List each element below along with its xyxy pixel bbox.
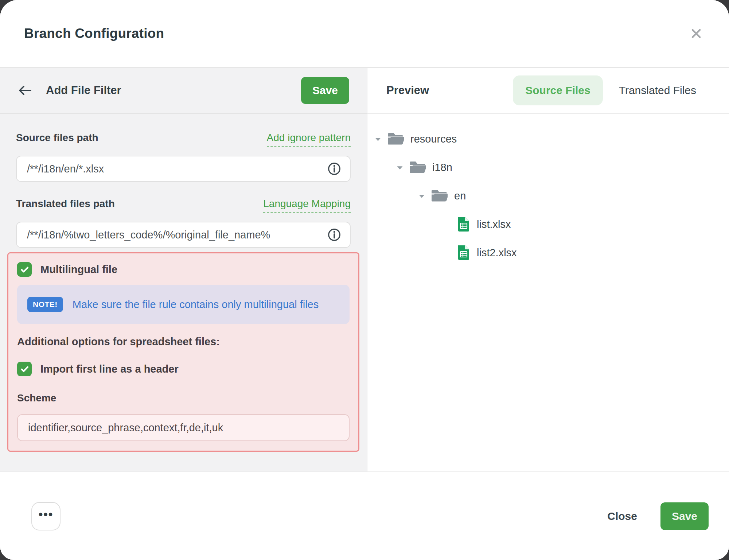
info-icon[interactable] bbox=[327, 228, 341, 242]
multilingual-checkbox[interactable] bbox=[17, 262, 32, 277]
close-modal-button[interactable] bbox=[686, 23, 706, 44]
preview-heading: Preview bbox=[386, 84, 429, 97]
info-icon[interactable] bbox=[327, 162, 341, 176]
more-options-button[interactable]: ••• bbox=[31, 502, 61, 530]
ellipsis-icon: ••• bbox=[39, 508, 54, 521]
add-ignore-pattern-link[interactable]: Add ignore pattern bbox=[267, 132, 351, 147]
folder-icon bbox=[431, 189, 448, 203]
modal-title: Branch Configuration bbox=[24, 26, 164, 41]
multilingual-checkbox-row: Multilingual file bbox=[17, 262, 350, 277]
folder-icon bbox=[387, 132, 404, 146]
multilingual-options-section: Multilingual file NOTE! Make sure the fi… bbox=[7, 252, 359, 452]
filter-save-button[interactable]: Save bbox=[301, 77, 349, 104]
source-path-input[interactable] bbox=[16, 156, 351, 182]
spreadsheet-file-icon bbox=[457, 216, 470, 232]
translated-path-group: Translated files path Language Mapping bbox=[16, 198, 351, 248]
modal-main: Add File Filter Save Source files path A… bbox=[0, 68, 729, 471]
file-tree: resources i18n bbox=[367, 114, 729, 267]
spreadsheet-file-icon bbox=[457, 245, 470, 261]
language-mapping-link[interactable]: Language Mapping bbox=[263, 198, 351, 213]
scheme-input[interactable] bbox=[17, 414, 350, 441]
import-header-checkbox-row: Import first line as a header bbox=[17, 362, 350, 376]
tab-source-files[interactable]: Source Files bbox=[513, 75, 603, 105]
filter-heading: Add File Filter bbox=[46, 84, 121, 97]
tree-label: en bbox=[454, 190, 466, 202]
modal-header: Branch Configuration bbox=[0, 0, 729, 68]
tab-translated-files[interactable]: Translated Files bbox=[607, 75, 709, 105]
file-filter-form: Source files path Add ignore pattern bbox=[0, 114, 367, 452]
file-filter-toolbar: Add File Filter Save bbox=[0, 68, 367, 114]
tree-label: i18n bbox=[432, 162, 452, 174]
close-icon bbox=[690, 27, 702, 40]
tree-row-resources[interactable]: resources bbox=[374, 125, 722, 153]
source-path-group: Source files path Add ignore pattern bbox=[16, 132, 351, 182]
tree-row-list2-xlsx[interactable]: list2.xlsx bbox=[374, 238, 722, 267]
footer-actions: Close Save bbox=[605, 502, 709, 530]
preview-panel: Preview Source Files Translated Files bbox=[367, 68, 729, 471]
scheme-label: Scheme bbox=[17, 392, 350, 404]
caret-down-icon[interactable] bbox=[374, 136, 382, 142]
preview-toolbar: Preview Source Files Translated Files bbox=[367, 68, 729, 114]
close-button[interactable]: Close bbox=[605, 510, 639, 523]
note-badge: NOTE! bbox=[27, 297, 63, 312]
tree-label: resources bbox=[410, 133, 457, 145]
checkmark-icon bbox=[20, 265, 30, 275]
multilingual-checkbox-label: Multilingual file bbox=[40, 264, 117, 276]
tree-row-en[interactable]: en bbox=[374, 182, 722, 210]
translated-path-input[interactable] bbox=[16, 222, 351, 248]
branch-configuration-modal: Branch Configuration Add File Filter bbox=[0, 0, 729, 560]
file-filter-panel: Add File Filter Save Source files path A… bbox=[0, 68, 367, 471]
tree-label: list2.xlsx bbox=[477, 247, 517, 259]
modal-save-button[interactable]: Save bbox=[660, 502, 709, 530]
import-header-checkbox[interactable] bbox=[17, 362, 32, 376]
note-box: NOTE! Make sure the file rule contains o… bbox=[17, 285, 350, 324]
back-arrow-icon bbox=[17, 85, 32, 96]
note-text: Make sure the file rule contains only mu… bbox=[73, 299, 319, 311]
folder-icon bbox=[409, 160, 426, 174]
back-button[interactable] bbox=[17, 85, 32, 96]
tree-row-i18n[interactable]: i18n bbox=[374, 153, 722, 182]
source-path-label: Source files path bbox=[16, 132, 98, 144]
preview-tabs: Source Files Translated Files bbox=[513, 75, 709, 105]
caret-down-icon[interactable] bbox=[418, 193, 426, 199]
modal-footer: ••• Close Save bbox=[0, 471, 729, 560]
import-header-checkbox-label: Import first line as a header bbox=[40, 363, 179, 375]
tree-row-list-xlsx[interactable]: list.xlsx bbox=[374, 210, 722, 238]
translated-path-label: Translated files path bbox=[16, 198, 115, 210]
tree-label: list.xlsx bbox=[477, 218, 511, 230]
screen-background: Branch Configuration Add File Filter bbox=[0, 0, 729, 560]
caret-down-icon[interactable] bbox=[396, 165, 404, 170]
spreadsheet-options-heading: Additional options for spreadsheet files… bbox=[17, 336, 350, 348]
checkmark-icon bbox=[20, 364, 30, 374]
